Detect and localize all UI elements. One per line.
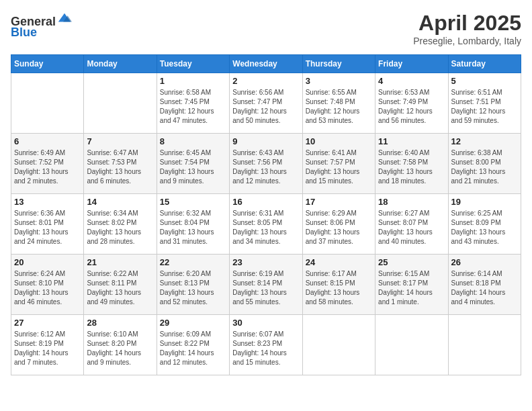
day-info: Sunrise: 6:22 AMSunset: 8:11 PMDaylight:… — [87, 269, 153, 307]
day-number: 24 — [306, 257, 372, 267]
day-info: Sunrise: 6:09 AMSunset: 8:22 PMDaylight:… — [160, 330, 226, 367]
table-row: 26Sunrise: 6:14 AMSunset: 8:18 PMDayligh… — [448, 255, 521, 315]
day-number: 3 — [306, 76, 372, 86]
day-number: 19 — [451, 197, 518, 207]
day-number: 21 — [87, 257, 153, 267]
day-number: 20 — [14, 257, 81, 267]
title-block: April 2025 Preseglie, Lombardy, Italy — [413, 11, 521, 46]
day-info: Sunrise: 6:40 AMSunset: 7:58 PMDaylight:… — [378, 148, 445, 186]
table-row: 30Sunrise: 6:07 AMSunset: 8:23 PMDayligh… — [230, 315, 302, 375]
logo: General Blue — [11, 11, 72, 40]
table-row: 27Sunrise: 6:12 AMSunset: 8:19 PMDayligh… — [11, 315, 84, 375]
table-row: 8Sunrise: 6:45 AMSunset: 7:54 PMDaylight… — [157, 134, 229, 194]
table-row — [375, 315, 448, 375]
day-number: 9 — [232, 136, 299, 146]
day-number: 22 — [160, 257, 226, 267]
day-info: Sunrise: 6:12 AMSunset: 8:19 PMDaylight:… — [14, 330, 81, 367]
day-number: 11 — [378, 136, 445, 146]
day-info: Sunrise: 6:43 AMSunset: 7:56 PMDaylight:… — [232, 148, 299, 186]
table-row — [448, 315, 521, 375]
day-info: Sunrise: 6:19 AMSunset: 8:14 PMDaylight:… — [232, 269, 299, 307]
table-row: 25Sunrise: 6:15 AMSunset: 8:17 PMDayligh… — [375, 255, 448, 315]
table-row: 28Sunrise: 6:10 AMSunset: 8:20 PMDayligh… — [84, 315, 157, 375]
table-row: 11Sunrise: 6:40 AMSunset: 7:58 PMDayligh… — [375, 134, 448, 194]
calendar-header: Sunday Monday Tuesday Wednesday Thursday… — [11, 55, 521, 73]
day-info: Sunrise: 6:20 AMSunset: 8:13 PMDaylight:… — [160, 269, 226, 307]
day-info: Sunrise: 6:41 AMSunset: 7:57 PMDaylight:… — [306, 148, 372, 186]
day-info: Sunrise: 6:07 AMSunset: 8:23 PMDaylight:… — [232, 330, 299, 367]
table-row: 6Sunrise: 6:49 AMSunset: 7:52 PMDaylight… — [11, 134, 84, 194]
table-row: 19Sunrise: 6:25 AMSunset: 8:09 PMDayligh… — [448, 194, 521, 255]
header-saturday: Saturday — [448, 55, 521, 73]
day-number: 17 — [306, 197, 372, 207]
day-number: 18 — [378, 197, 445, 207]
table-row: 14Sunrise: 6:34 AMSunset: 8:02 PMDayligh… — [84, 194, 157, 255]
day-number: 27 — [14, 318, 81, 328]
day-info: Sunrise: 6:14 AMSunset: 8:18 PMDaylight:… — [451, 269, 518, 307]
table-row: 10Sunrise: 6:41 AMSunset: 7:57 PMDayligh… — [302, 134, 375, 194]
logo-blue-text: Blue — [11, 26, 37, 39]
day-info: Sunrise: 6:49 AMSunset: 7:52 PMDaylight:… — [14, 148, 81, 186]
table-row: 24Sunrise: 6:17 AMSunset: 8:15 PMDayligh… — [302, 255, 375, 315]
day-info: Sunrise: 6:45 AMSunset: 7:54 PMDaylight:… — [160, 148, 226, 186]
day-info: Sunrise: 6:55 AMSunset: 7:48 PMDaylight:… — [306, 88, 372, 126]
table-row: 18Sunrise: 6:27 AMSunset: 8:07 PMDayligh… — [375, 194, 448, 255]
day-number: 28 — [87, 318, 153, 328]
day-number: 6 — [14, 136, 81, 146]
header-friday: Friday — [375, 55, 448, 73]
page-header: General Blue April 2025 Preseglie, Lomba… — [11, 11, 521, 46]
day-number: 30 — [232, 318, 299, 328]
day-info: Sunrise: 6:36 AMSunset: 8:01 PMDaylight:… — [14, 209, 81, 246]
day-info: Sunrise: 6:51 AMSunset: 7:51 PMDaylight:… — [451, 88, 518, 126]
header-thursday: Thursday — [302, 55, 375, 73]
table-row: 7Sunrise: 6:47 AMSunset: 7:53 PMDaylight… — [84, 134, 157, 194]
day-number: 4 — [378, 76, 445, 86]
table-row — [84, 73, 157, 134]
day-info: Sunrise: 6:25 AMSunset: 8:09 PMDaylight:… — [451, 209, 518, 246]
day-number: 13 — [14, 197, 81, 207]
day-number: 16 — [232, 197, 299, 207]
day-number: 7 — [87, 136, 153, 146]
table-row: 3Sunrise: 6:55 AMSunset: 7:48 PMDaylight… — [302, 73, 375, 134]
header-sunday: Sunday — [11, 55, 84, 73]
table-row: 21Sunrise: 6:22 AMSunset: 8:11 PMDayligh… — [84, 255, 157, 315]
calendar-body: 1Sunrise: 6:58 AMSunset: 7:45 PMDaylight… — [11, 73, 521, 375]
day-number: 29 — [160, 318, 226, 328]
table-row: 5Sunrise: 6:51 AMSunset: 7:51 PMDaylight… — [448, 73, 521, 134]
table-row: 13Sunrise: 6:36 AMSunset: 8:01 PMDayligh… — [11, 194, 84, 255]
header-monday: Monday — [84, 55, 157, 73]
table-row — [302, 315, 375, 375]
day-info: Sunrise: 6:10 AMSunset: 8:20 PMDaylight:… — [87, 330, 153, 367]
day-info: Sunrise: 6:34 AMSunset: 8:02 PMDaylight:… — [87, 209, 153, 246]
day-info: Sunrise: 6:32 AMSunset: 8:04 PMDaylight:… — [160, 209, 226, 246]
day-info: Sunrise: 6:56 AMSunset: 7:47 PMDaylight:… — [232, 88, 299, 126]
day-number: 12 — [451, 136, 518, 146]
table-row: 29Sunrise: 6:09 AMSunset: 8:22 PMDayligh… — [157, 315, 229, 375]
day-info: Sunrise: 6:47 AMSunset: 7:53 PMDaylight:… — [87, 148, 153, 186]
day-number: 10 — [306, 136, 372, 146]
day-number: 2 — [232, 76, 299, 86]
table-row: 22Sunrise: 6:20 AMSunset: 8:13 PMDayligh… — [157, 255, 229, 315]
table-row: 15Sunrise: 6:32 AMSunset: 8:04 PMDayligh… — [157, 194, 229, 255]
table-row: 17Sunrise: 6:29 AMSunset: 8:06 PMDayligh… — [302, 194, 375, 255]
day-info: Sunrise: 6:15 AMSunset: 8:17 PMDaylight:… — [378, 269, 445, 307]
day-number: 15 — [160, 197, 226, 207]
day-info: Sunrise: 6:53 AMSunset: 7:49 PMDaylight:… — [378, 88, 445, 126]
table-row: 9Sunrise: 6:43 AMSunset: 7:56 PMDaylight… — [230, 134, 302, 194]
table-row: 1Sunrise: 6:58 AMSunset: 7:45 PMDaylight… — [157, 73, 229, 134]
day-info: Sunrise: 6:27 AMSunset: 8:07 PMDaylight:… — [378, 209, 445, 246]
table-row: 23Sunrise: 6:19 AMSunset: 8:14 PMDayligh… — [230, 255, 302, 315]
table-row — [11, 73, 84, 134]
calendar-table: Sunday Monday Tuesday Wednesday Thursday… — [11, 54, 521, 375]
day-info: Sunrise: 6:38 AMSunset: 8:00 PMDaylight:… — [451, 148, 518, 186]
header-wednesday: Wednesday — [230, 55, 302, 73]
table-row: 16Sunrise: 6:31 AMSunset: 8:05 PMDayligh… — [230, 194, 302, 255]
day-number: 5 — [451, 76, 518, 86]
location-subtitle: Preseglie, Lombardy, Italy — [413, 36, 521, 46]
day-info: Sunrise: 6:29 AMSunset: 8:06 PMDaylight:… — [306, 209, 372, 246]
table-row: 12Sunrise: 6:38 AMSunset: 8:00 PMDayligh… — [448, 134, 521, 194]
day-number: 23 — [232, 257, 299, 267]
day-number: 26 — [451, 257, 518, 267]
header-tuesday: Tuesday — [157, 55, 229, 73]
day-number: 25 — [378, 257, 445, 267]
